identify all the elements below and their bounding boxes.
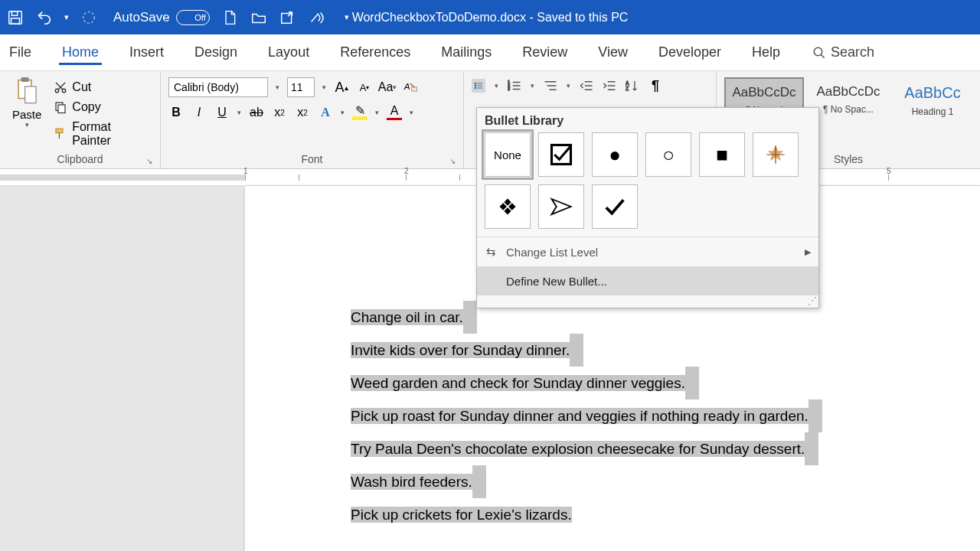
doc-line[interactable]: Change oil in car. (351, 309, 463, 325)
tab-file[interactable]: File (6, 40, 34, 65)
chevron-down-icon[interactable]: ▾ (410, 109, 413, 116)
chevron-down-icon[interactable]: ▾ (276, 83, 279, 91)
clear-formatting-icon[interactable]: A (403, 80, 418, 95)
doc-line[interactable]: Wash bird feeders. (351, 474, 472, 490)
svg-rect-12 (58, 105, 65, 113)
strikethrough-button[interactable]: ab (249, 105, 264, 120)
tab-design[interactable]: Design (191, 40, 240, 65)
font-size-input[interactable] (287, 77, 315, 97)
sort-button[interactable]: AZ (626, 79, 639, 93)
svg-point-20 (475, 87, 476, 89)
text-effects-icon[interactable]: A (318, 105, 333, 120)
copy-button[interactable]: Copy (54, 100, 152, 114)
style-no-spacing[interactable]: AaBbCcDc ¶ No Spac... (808, 77, 888, 153)
tab-layout[interactable]: Layout (265, 40, 312, 65)
bullet-library-popup: Bullet Library None ● ○ ■ ⇆ Change List … (476, 107, 819, 308)
svg-text:3: 3 (508, 86, 510, 91)
tab-review[interactable]: Review (519, 40, 570, 65)
chevron-down-icon[interactable]: ▾ (25, 121, 29, 129)
bullets-button[interactable] (472, 79, 485, 93)
indent-icon: ⇆ (486, 245, 498, 259)
font-name-input[interactable] (168, 77, 268, 97)
new-doc-icon[interactable] (220, 8, 239, 27)
read-aloud-icon[interactable] (308, 8, 326, 27)
svg-rect-7 (21, 77, 29, 82)
change-case-icon[interactable]: Aa▾ (380, 80, 395, 95)
show-paragraph-marks-button[interactable]: ¶ (648, 79, 662, 93)
open-icon[interactable] (250, 8, 268, 27)
clipboard-group-label: Clipboard (57, 153, 103, 165)
chevron-down-icon[interactable]: ▾ (531, 82, 534, 90)
tab-developer[interactable]: Developer (655, 40, 724, 65)
bullet-option-circle[interactable]: ○ (645, 132, 691, 177)
style-heading-1[interactable]: AaBbCc Heading 1 (893, 77, 972, 153)
share-icon[interactable] (279, 8, 297, 27)
bullet-option-4diamond[interactable] (753, 132, 799, 177)
decrease-indent-button[interactable] (580, 79, 593, 93)
doc-line[interactable]: Invite kids over for Sunday dinner. (351, 342, 570, 358)
bullet-option-arrow[interactable] (538, 184, 584, 229)
autosave-state: Off (194, 13, 205, 22)
bullet-library-header: Bullet Library (477, 108, 818, 132)
scissors-icon (54, 80, 67, 94)
chevron-right-icon: ▶ (805, 247, 811, 257)
svg-point-5 (814, 47, 822, 56)
doc-line[interactable]: Pick up roast for Sunday dinner and vegg… (351, 408, 808, 424)
bold-button[interactable]: B (168, 105, 184, 120)
svg-point-18 (475, 85, 476, 86)
redo-icon[interactable] (80, 8, 98, 27)
increase-indent-button[interactable] (603, 79, 616, 93)
bullet-option-clover[interactable] (485, 184, 531, 229)
search-box[interactable]: Search (812, 44, 874, 60)
dialog-launcher-icon[interactable]: ↘ (449, 157, 456, 165)
chevron-down-icon[interactable]: ▾ (375, 109, 379, 116)
subscript-button[interactable]: x2 (272, 105, 287, 120)
copy-icon (54, 100, 67, 114)
tab-mailings[interactable]: Mailings (438, 40, 495, 65)
font-color-icon[interactable]: A (387, 105, 402, 120)
tab-view[interactable]: View (595, 40, 631, 65)
multilevel-list-button[interactable] (544, 79, 557, 93)
bullet-option-square[interactable]: ■ (699, 132, 745, 177)
shrink-font-icon[interactable]: A▾ (357, 80, 372, 95)
bullet-option-disc[interactable]: ● (592, 132, 638, 177)
svg-point-3 (83, 11, 95, 23)
chevron-down-icon[interactable]: ▾ (567, 82, 570, 90)
bullet-option-checkmark[interactable] (592, 184, 638, 229)
svg-rect-8 (25, 86, 36, 103)
numbering-button[interactable]: 123 (508, 79, 521, 93)
italic-button[interactable]: I (191, 105, 207, 120)
doc-line[interactable]: Try Paula Deen's chocolate explosion che… (351, 441, 805, 457)
svg-rect-15 (412, 87, 417, 91)
autosave-toggle[interactable]: AutoSave Off (113, 10, 210, 25)
superscript-button[interactable]: x2 (295, 105, 310, 120)
underline-button[interactable]: U (214, 105, 230, 120)
highlight-icon[interactable]: ✎ (352, 105, 368, 120)
qat-more-icon[interactable]: ▾ (345, 12, 349, 22)
save-icon[interactable] (6, 8, 24, 27)
grow-font-icon[interactable]: A▴ (334, 80, 349, 95)
format-painter-button[interactable]: Format Painter (54, 120, 152, 148)
tab-references[interactable]: References (337, 40, 413, 65)
svg-rect-13 (56, 129, 63, 132)
chevron-down-icon[interactable]: ▾ (341, 109, 345, 116)
dialog-launcher-icon[interactable]: ↘ (146, 157, 152, 165)
tab-insert[interactable]: Insert (126, 40, 167, 65)
chevron-down-icon[interactable]: ▾ (495, 82, 498, 90)
bullet-option-checkbox[interactable] (538, 132, 584, 177)
undo-dropdown-icon[interactable]: ▾ (64, 12, 69, 22)
paste-button[interactable]: Paste ▾ (8, 74, 46, 153)
title-bar: ▾ AutoSave Off ▾ WordCheckboxToDoDemo.do… (0, 0, 980, 34)
cut-button[interactable]: Cut (54, 80, 152, 94)
tab-home[interactable]: Home (59, 40, 102, 65)
define-new-bullet[interactable]: Define New Bullet... (477, 266, 818, 295)
chevron-down-icon[interactable]: ▾ (237, 109, 241, 116)
undo-icon[interactable] (35, 8, 54, 27)
tab-help[interactable]: Help (749, 40, 783, 65)
doc-line[interactable]: Weed garden and check for Sunday dinner … (351, 375, 685, 391)
chevron-down-icon[interactable]: ▾ (322, 83, 326, 91)
doc-line[interactable]: Pick up crickets for Lexie's lizards. (351, 507, 572, 523)
bullet-option-none[interactable]: None (485, 132, 531, 177)
paste-icon (15, 77, 38, 105)
resize-grip-icon[interactable]: ⋰ (477, 295, 818, 308)
